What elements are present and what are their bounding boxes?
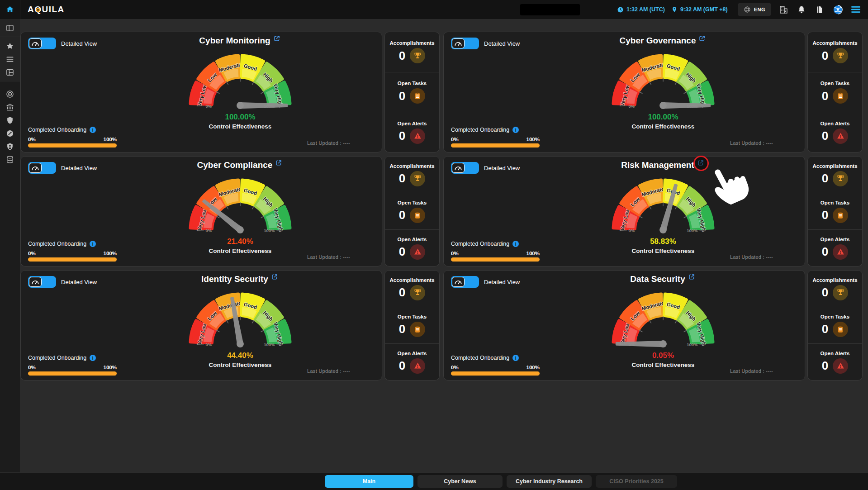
gauge-view-knob [452,277,465,287]
detailed-view-toggle[interactable] [28,162,56,174]
sidebar-item-favorites[interactable] [0,39,20,52]
sidebar-item-list[interactable] [0,52,20,66]
clipboard-tasks-icon [413,325,422,333]
info-icon[interactable] [512,241,519,247]
detailed-view-toggle[interactable] [451,276,479,288]
open-detail-link[interactable] [275,159,283,167]
info-icon[interactable] [90,241,96,247]
card-row-cell: Detailed View Identity Security [20,270,440,381]
tab-cyber-news[interactable]: Cyber News [417,475,503,488]
home-button[interactable] [0,0,20,19]
last-updated: Last Updated : ---- [307,368,350,374]
info-icon[interactable] [90,355,96,361]
open-detail-link[interactable] [698,35,707,43]
external-link-icon [273,35,280,42]
external-link-icon [698,35,706,42]
onboarding-max: 100% [104,251,117,256]
onboarding-scale: 0% 100% [451,251,540,256]
onboarding-max: 100% [526,251,540,256]
open-tasks-cell: Open Tasks 0 [385,193,439,230]
security-admin-icon [5,142,14,151]
gauge-min-label: 0% [206,342,212,347]
detailed-view-toggle[interactable] [451,162,479,174]
detailed-view-control: Detailed View [28,276,97,288]
gauge-needle-pivot [237,340,244,347]
sidebar-item-security-admin[interactable] [0,140,20,153]
gauge-view-knob [452,163,465,173]
handbook-button[interactable] [814,3,825,16]
card-row-cell: Detailed View Cyber Governance [443,32,863,152]
completed-onboarding-label: Completed Onboarding [28,355,86,361]
onboarding-progress-bar [28,371,117,376]
sidebar-item-dashboard[interactable] [0,66,20,79]
main-menu-button[interactable] [850,3,862,16]
tab-ciso-priorities-2025[interactable]: CISO Priorities 2025 [596,475,677,488]
open-tasks-label: Open Tasks [398,314,427,319]
sidebar-item-shield[interactable] [0,114,20,127]
footer-tabs: Main Cyber News Cyber Industry Research … [325,475,677,488]
sidebar-item-institution[interactable] [0,100,20,114]
stats-cyber-governance: Accomplishments 0 Open Tasks 0 [807,32,863,152]
gauge-max-label: 100% [264,228,275,233]
control-effectiveness-label: Control Effectiveness [632,362,695,368]
tab-main[interactable]: Main [325,475,413,488]
detailed-view-toggle[interactable] [451,38,479,49]
sidebar-item-database[interactable] [0,153,20,166]
gauge-needle-pivot [659,340,667,347]
gauge-chart: Very LowLowModerateGoodHighVery High0%10… [605,170,721,237]
accomplishments-label: Accomplishments [812,277,857,283]
card-row-cell: Detailed View Cyber Compliance [20,156,440,266]
trophy-icon [413,174,422,183]
trophy-icon [836,288,845,297]
clipboard-tasks-icon [413,211,422,219]
alert-triangle-icon [836,247,845,256]
open-detail-link[interactable] [271,273,279,281]
open-detail-link[interactable] [697,159,705,167]
gauge-slot: Very LowLowModerateGoodHighVery High0%10… [182,284,299,352]
gauge-column: Cyber Compliance [150,160,331,254]
open-alerts-value: 0 [822,129,828,143]
radar-target-icon [5,90,14,99]
card-title: Data Security [630,274,685,284]
sidebar-item-radar[interactable] [0,87,20,100]
info-icon[interactable] [512,355,519,361]
gauge-slot: Very LowLowModerateGoodHighVery High0%10… [605,170,721,238]
gauge-needle-pivot [237,226,244,233]
speedometer-icon [31,41,39,46]
open-alerts-value: 0 [399,129,405,143]
stats-risk-management: Accomplishments 0 Open Tasks 0 [807,156,863,266]
open-alerts-cell: Open Alerts 0 [385,112,439,152]
clipboard-tasks-icon [836,325,844,333]
accomplishments-label: Accomplishments [389,163,434,169]
onboarding-max: 100% [526,365,540,370]
card-row-cell: Detailed View Cyber Monitoring [20,32,440,152]
clipboard-tasks-icon [836,92,844,100]
tab-cyber-industry-research[interactable]: Cyber Industry Research [507,475,592,488]
gauge-needle-pivot [659,226,667,233]
open-detail-link[interactable] [688,273,696,281]
notifications-button[interactable] [796,3,807,16]
detailed-view-toggle[interactable] [28,276,56,288]
gauge-min-label: 0% [206,228,212,233]
sidebar-item-compass[interactable] [0,127,20,140]
support-button[interactable] [832,3,844,16]
open-detail-link[interactable] [273,35,281,43]
onboarding-max: 100% [104,365,117,370]
gauge-chart: Very LowLowModerateGoodHighVery High0%10… [182,46,299,112]
detailed-view-label: Detailed View [61,279,97,285]
detailed-view-toggle[interactable] [28,38,56,49]
completed-onboarding-label: Completed Onboarding [28,241,86,247]
stats-data-security: Accomplishments 0 Open Tasks 0 [807,270,863,381]
speedometer-icon [454,279,462,285]
sidebar-item-panel[interactable] [0,21,20,34]
gauge-column: Data Security Ver [573,274,754,368]
language-selector[interactable]: ENG [738,3,771,16]
info-icon[interactable] [512,127,519,133]
info-icon[interactable] [90,127,96,133]
accomplishments-value: 0 [399,285,405,300]
gauge-view-knob [29,163,42,173]
accomplishments-cell: Accomplishments 0 [808,271,862,307]
company-button[interactable] [778,3,789,16]
gauge-min-label: 0% [629,228,635,233]
gauge-needle [663,103,710,108]
